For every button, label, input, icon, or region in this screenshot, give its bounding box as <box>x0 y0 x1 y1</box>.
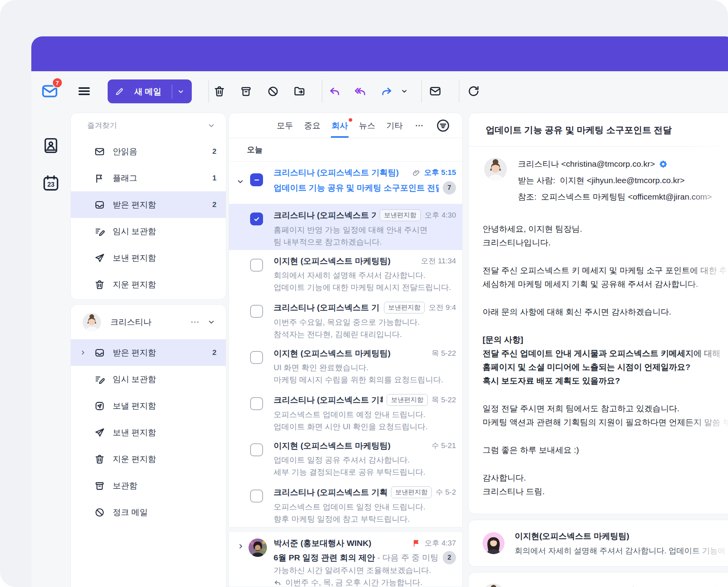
body-line: [문의 사항] <box>483 333 728 346</box>
thread-checkbox[interactable] <box>250 173 263 186</box>
flower-badge-icon[interactable] <box>659 160 668 169</box>
calendar-button[interactable]: 23 <box>40 172 62 194</box>
sidebar-item-acct-0[interactable]: 받은 편지함2 <box>71 339 226 366</box>
sidebar-item-acct-1[interactable]: 임시 보관함 <box>71 366 226 393</box>
forward-options-button[interactable] <box>399 86 409 96</box>
body-line: 크리스티나 드림. <box>483 484 728 498</box>
message-checkbox[interactable] <box>250 212 263 225</box>
avatar <box>483 583 505 587</box>
message-checkbox[interactable] <box>250 259 263 272</box>
tab-2[interactable]: 회사 <box>328 113 352 138</box>
message-time: 수 5-2 <box>436 487 456 497</box>
refresh-button[interactable] <box>463 81 484 101</box>
message-sender: 크리스티나 (오피스넥스트 기획팀) <box>274 210 376 221</box>
date-group-header: 오늘 <box>229 138 462 162</box>
sidebar-item-acct-4[interactable]: 지운 편지함 <box>71 446 226 472</box>
sidebar-item-fav-2[interactable]: 받은 편지함2 <box>71 191 226 218</box>
message-checkbox[interactable] <box>250 397 263 410</box>
tab-1[interactable]: 중요 <box>300 113 324 138</box>
chevron-down-icon <box>400 87 408 95</box>
sidebar-item-fav-3[interactable]: 임시 보관함 <box>71 218 226 245</box>
message-row-6[interactable]: 크리스티나 (오피스넥스트 기획팀)보낸편지함수 5-2오피스넥스트 업데이트 … <box>229 481 462 527</box>
menu-button[interactable] <box>75 82 93 100</box>
refresh-icon <box>467 85 480 97</box>
compose-divider <box>172 85 173 99</box>
message-row-0[interactable]: 크리스티나 (오피스넥스트 기획팀)보낸편지함오후 4:30홈페이지 반영 가능… <box>229 204 462 250</box>
wink-time: 오후 4:37 <box>425 538 456 548</box>
junk-icon <box>94 507 105 518</box>
message-checkbox[interactable] <box>250 490 263 502</box>
compose-button[interactable]: 새 메일 <box>108 79 192 103</box>
expand-thread-icon[interactable] <box>237 542 245 550</box>
body-line: 혹시 보도자료 배포 계획도 있을까요? <box>483 374 728 387</box>
sidebar-item-acct-2[interactable]: 보낼 편지함 <box>71 393 226 419</box>
favorites-header[interactable]: 즐겨찾기 <box>71 113 226 138</box>
wink-thread-row[interactable]: 박서준 (홍보대행사 WINK) 오후 4:37 6월 PR 일정 관련 회의 … <box>229 532 462 587</box>
more-icon[interactable] <box>190 317 200 327</box>
message-row-3[interactable]: 이지현 (오피스넥스트 마케팅팀)목 5-22UI 화면 확인 완료했습니다.마… <box>229 342 462 389</box>
tab-3[interactable]: 뉴스 <box>355 113 379 138</box>
delete-button[interactable] <box>209 81 229 101</box>
tab-0[interactable]: 모두 <box>273 113 297 138</box>
chevron-down-icon[interactable] <box>177 88 185 95</box>
more-icon <box>414 121 424 130</box>
check-icon <box>253 215 261 223</box>
mail-app-icon[interactable]: 7 <box>37 80 63 103</box>
contacts-button[interactable] <box>40 135 62 157</box>
reply-sender: 크리스티나(오피스넥스트 기획팀) <box>515 585 638 587</box>
message-row-2[interactable]: 크리스티나 (오피스넥스트 기획팀)보낸편지함오전 9:4이번주 수요일, 목요… <box>229 296 462 342</box>
paperclip-icon <box>412 169 420 177</box>
detail-to: 이지현 <jihyun.lee@tmcorp.co.kr> <box>560 176 685 185</box>
more-tabs-button[interactable] <box>414 121 424 130</box>
sidebar-item-fav-0[interactable]: 안읽음2 <box>71 138 226 165</box>
forward-button[interactable] <box>377 81 397 101</box>
message-row-5[interactable]: 이지현 (오피스넥스트 마케팅팀)수 5-21업데이트 일정 공유 주셔서 감사… <box>229 435 462 481</box>
sidebar-item-count: 2 <box>212 200 216 209</box>
sidebar-item-fav-4[interactable]: 보낸 편지함 <box>71 245 226 271</box>
avatar <box>249 538 267 557</box>
tab-label: 모두 <box>277 120 293 131</box>
filter-button[interactable] <box>436 118 450 133</box>
mark-read-button[interactable] <box>425 81 445 101</box>
minus-icon <box>253 176 261 184</box>
block-button[interactable] <box>263 81 283 101</box>
account-header[interactable]: 크리스티나 <box>71 305 226 339</box>
sidebar-item-fav-5[interactable]: 지운 편지함 <box>71 271 226 298</box>
reply-button[interactable] <box>324 81 345 101</box>
thread-header-row[interactable]: 크리스티나 (오피스넥스트 기획팀) 오후 5:15 업데이트 기능 공유 및 … <box>229 162 462 204</box>
message-row-4[interactable]: 크리스티나 (오피스넥스트 기획팀)보낸편지함목 5-22오피스넥스트 업데이트… <box>229 389 462 435</box>
message-preview: 팀 내부적으로 참고하겠습니다. <box>274 236 456 248</box>
reply-summary-card[interactable]: 크리스티나(오피스넥스트 기획팀) <box>468 572 728 587</box>
sidebar-account: 크리스티나 받은 편지함2임시 보관함보낼 편지함보낸 편지함지운 편지함보관함… <box>70 304 226 587</box>
chevron-down-icon[interactable] <box>207 318 216 326</box>
sidebar-item-label: 정크 메일 <box>113 507 216 518</box>
sidebar-item-acct-5[interactable]: 보관함 <box>71 472 226 499</box>
envelope-icon <box>429 85 441 97</box>
tab-label: 회사 <box>332 120 348 131</box>
detail-cc: 오피스넥스트 마케팅팀 <officemkt@jiran.com> <box>541 192 712 201</box>
thread-card: 박서준 (홍보대행사 WINK) 오후 4:37 6월 PR 일정 관련 회의 … <box>229 532 463 587</box>
avatar <box>83 313 101 331</box>
avatar[interactable] <box>484 158 507 180</box>
reply-summary-card[interactable]: 이지현(오피스넥스트 마케팅팀) 회의에서 자세히 설명해 주셔서 감사합니다.… <box>468 520 728 567</box>
message-checkbox[interactable] <box>250 305 263 318</box>
reply-all-button[interactable] <box>350 81 370 101</box>
move-folder-button[interactable] <box>289 81 310 101</box>
message-row-1[interactable]: 이지현 (오피스넥스트 마케팅팀)오전 11:34회의에서 자세히 설명해 주셔… <box>229 250 462 296</box>
message-preview: 회의에서 자세히 설명해 주셔서 감사합니다. <box>274 269 456 281</box>
collapse-thread-icon[interactable] <box>236 177 245 186</box>
archive-button[interactable] <box>236 81 256 101</box>
sidebar-item-acct-6[interactable]: 정크 메일 <box>71 499 226 526</box>
message-checkbox[interactable] <box>250 443 263 456</box>
thread-time: 오후 5:15 <box>424 167 456 178</box>
body-paragraph: 아래 문의 사항에 대해 회신 주시면 감사하겠습니다. <box>483 305 728 319</box>
send-icon <box>94 427 105 438</box>
sidebar-item-acct-3[interactable]: 보낸 편지함 <box>71 419 226 446</box>
body-paragraph: 일정 전달 주시면 저희 팀에서도 참고하고 있겠습니다.마케팅 액션과 관련해… <box>483 402 728 429</box>
tab-4[interactable]: 기타 <box>382 113 407 138</box>
message-preview: 향후 마케팅 일정에 참고 부탁드립니다. <box>274 513 456 525</box>
avatar <box>483 532 505 554</box>
message-checkbox[interactable] <box>250 351 263 364</box>
detail-from: 크리스티나 <christina@tmcorp.co.kr> <box>518 158 655 169</box>
sidebar-item-fav-1[interactable]: 플래그1 <box>71 165 226 191</box>
